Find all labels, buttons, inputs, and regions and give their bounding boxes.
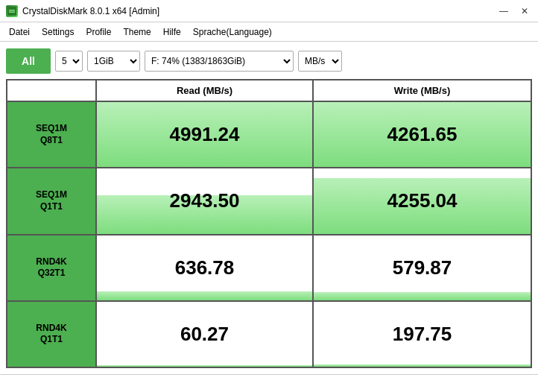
- row-read-2: 636.78: [97, 235, 314, 300]
- table-row-seq1m-q1t1: SEQ1M Q1T1 2943.50 4255.04: [7, 168, 531, 235]
- size-select[interactable]: 1GiB 512MiB 4GiB: [87, 51, 140, 72]
- table-row-rnd4k-q1t1: RND4K Q1T1 60.27 197.75: [7, 302, 531, 367]
- row-write-0: 4261.65: [314, 102, 531, 167]
- write-value-0: 4261.65: [387, 123, 458, 146]
- svg-rect-0: [7, 7, 16, 16]
- row-label-1: SEQ1M Q1T1: [7, 168, 97, 233]
- title-bar: CrystalDiskMark 8.0.1 x64 [Admin] — ✕: [0, 0, 538, 22]
- close-button[interactable]: ✕: [517, 4, 532, 19]
- table-row-seq1m-q8t1: SEQ1M Q8T1 4991.24 4261.65: [7, 102, 531, 168]
- menu-hilfe[interactable]: Hilfe: [157, 25, 187, 39]
- menu-theme[interactable]: Theme: [117, 25, 156, 39]
- header-read-col: Read (MB/s): [97, 80, 314, 101]
- header-label-col: [7, 80, 97, 101]
- controls-row: All 5 1 3 9 1GiB 512MiB 4GiB F: 74% (138…: [6, 48, 532, 75]
- title-bar-left: CrystalDiskMark 8.0.1 x64 [Admin]: [6, 5, 159, 17]
- read-value-0: 4991.24: [170, 123, 240, 146]
- row-read-1: 2943.50: [97, 168, 314, 233]
- count-select[interactable]: 5 1 3 9: [55, 51, 83, 72]
- row-write-1: 4255.04: [314, 168, 531, 233]
- bench-table: Read (MB/s) Write (MB/s) SEQ1M Q8T1 4991…: [6, 79, 532, 368]
- table-row-rnd4k-q32t1: RND4K Q32T1 636.78 579.87: [7, 235, 531, 302]
- read-value-3: 60.27: [180, 323, 229, 346]
- app-icon: [6, 5, 18, 17]
- row-label-3: RND4K Q1T1: [7, 302, 97, 367]
- read-value-1: 2943.50: [170, 189, 240, 212]
- menu-datei[interactable]: Datei: [3, 25, 36, 39]
- table-header: Read (MB/s) Write (MB/s): [7, 80, 531, 102]
- menu-bar: Datei Settings Profile Theme Hilfe Sprac…: [0, 22, 538, 42]
- window-title: CrystalDiskMark 8.0.1 x64 [Admin]: [22, 6, 159, 16]
- menu-settings[interactable]: Settings: [36, 25, 80, 39]
- row-write-2: 579.87: [314, 235, 531, 300]
- title-bar-controls: — ✕: [496, 4, 532, 19]
- svg-rect-1: [9, 10, 15, 11]
- svg-rect-2: [9, 11, 15, 13]
- drive-select[interactable]: F: 74% (1383/1863GiB): [145, 51, 294, 72]
- write-value-3: 197.75: [393, 323, 452, 346]
- main-content: All 5 1 3 9 1GiB 512MiB 4GiB F: 74% (138…: [0, 42, 538, 374]
- all-button[interactable]: All: [6, 48, 51, 74]
- row-label-2: RND4K Q32T1: [7, 235, 97, 300]
- write-value-1: 4255.04: [387, 189, 458, 212]
- minimize-button[interactable]: —: [496, 4, 511, 19]
- header-write-col: Write (MB/s): [314, 80, 531, 101]
- unit-select[interactable]: MB/s GB/s IOPS: [298, 51, 342, 72]
- menu-language[interactable]: Sprache(Language): [187, 25, 278, 39]
- row-label-0: SEQ1M Q8T1: [7, 102, 97, 167]
- menu-profile[interactable]: Profile: [80, 25, 117, 39]
- write-value-2: 579.87: [393, 256, 452, 279]
- row-read-0: 4991.24: [97, 102, 314, 167]
- status-bar: [0, 374, 538, 392]
- row-write-3: 197.75: [314, 302, 531, 367]
- row-read-3: 60.27: [97, 302, 314, 367]
- read-value-2: 636.78: [175, 256, 235, 279]
